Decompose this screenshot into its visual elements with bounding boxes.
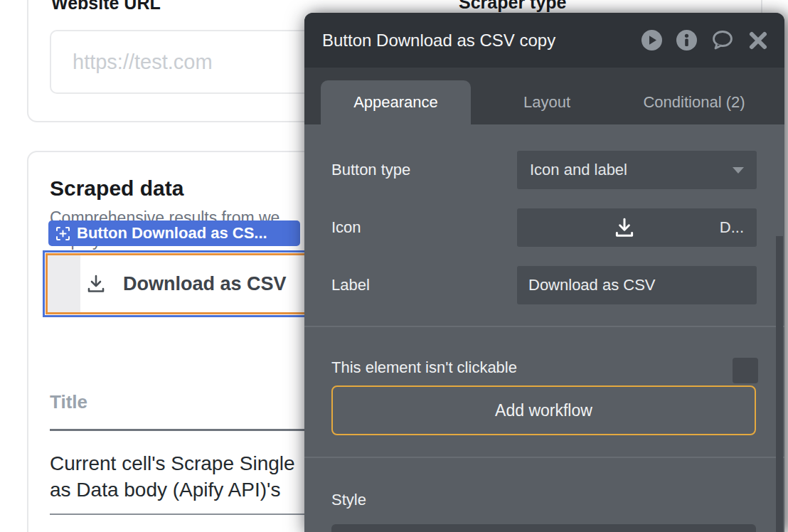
- website-url-label: Website URL: [51, 0, 161, 14]
- tab-layout[interactable]: Layout: [494, 80, 600, 124]
- section-divider: [304, 457, 784, 458]
- scraped-data-heading: Scraped data: [50, 176, 183, 201]
- icon-picker-value: D...: [720, 218, 744, 237]
- add-workflow-button[interactable]: Add workflow: [331, 385, 756, 435]
- not-clickable-note: This element isn't clickable: [331, 358, 517, 377]
- button-type-label: Button type: [331, 161, 410, 179]
- property-editor-panel: Button Download as CSV copy: [304, 13, 784, 532]
- scraper-type-label: Scraper type: [459, 0, 566, 13]
- panel-tabbar: Appearance Layout Conditional (2): [304, 68, 784, 124]
- download-csv-button-label: Download as CSV: [123, 273, 287, 295]
- table-cell-text: Current cell's Scrape Single as Data bod…: [50, 450, 295, 503]
- selected-element-badge[interactable]: Button Download as CS...: [48, 220, 300, 246]
- label-field-label: Label: [331, 276, 370, 294]
- table-cell-line2: as Data body (Apify API)'s: [50, 477, 295, 503]
- button-icon-cell: [48, 255, 80, 312]
- panel-body: Button type Icon and label Icon D... Lab…: [304, 124, 784, 532]
- tab-conditional[interactable]: Conditional (2): [616, 80, 772, 124]
- table-cell-line1: Current cell's Scrape Single: [50, 450, 295, 477]
- style-dropdown[interactable]: [331, 524, 756, 532]
- close-icon[interactable]: [747, 30, 769, 51]
- bubble-editor-screen: Website URL Scraper type https://test.co…: [0, 0, 788, 532]
- info-icon[interactable]: [676, 29, 698, 51]
- button-type-dropdown[interactable]: Icon and label: [517, 151, 757, 189]
- preview-play-icon[interactable]: [641, 29, 663, 51]
- style-section-label: Style: [331, 491, 366, 509]
- table-column-header-title: Title: [50, 391, 87, 413]
- icon-field-label: Icon: [331, 218, 361, 237]
- download-icon: [85, 272, 107, 295]
- panel-header[interactable]: Button Download as CSV copy: [304, 13, 784, 68]
- chevron-down-icon: [733, 167, 744, 174]
- label-input-value: Download as CSV: [528, 276, 656, 294]
- select-element-icon: [55, 226, 70, 241]
- comment-bubble-icon[interactable]: [710, 29, 735, 51]
- clickable-checkbox[interactable]: [733, 358, 758, 383]
- section-divider: [304, 326, 784, 327]
- panel-title: Button Download as CSV copy: [322, 31, 641, 50]
- button-type-value: Icon and label: [530, 161, 627, 179]
- label-input[interactable]: Download as CSV: [517, 266, 757, 304]
- tab-appearance[interactable]: Appearance: [321, 80, 471, 124]
- website-url-placeholder: https://test.com: [73, 50, 213, 74]
- panel-scrollbar[interactable]: [776, 236, 783, 532]
- table-header-divider: [50, 429, 307, 431]
- table-row-divider: [50, 514, 307, 515]
- download-icon: [530, 216, 720, 240]
- icon-picker[interactable]: D...: [517, 208, 757, 247]
- selected-element-badge-label: Button Download as CS...: [77, 224, 267, 243]
